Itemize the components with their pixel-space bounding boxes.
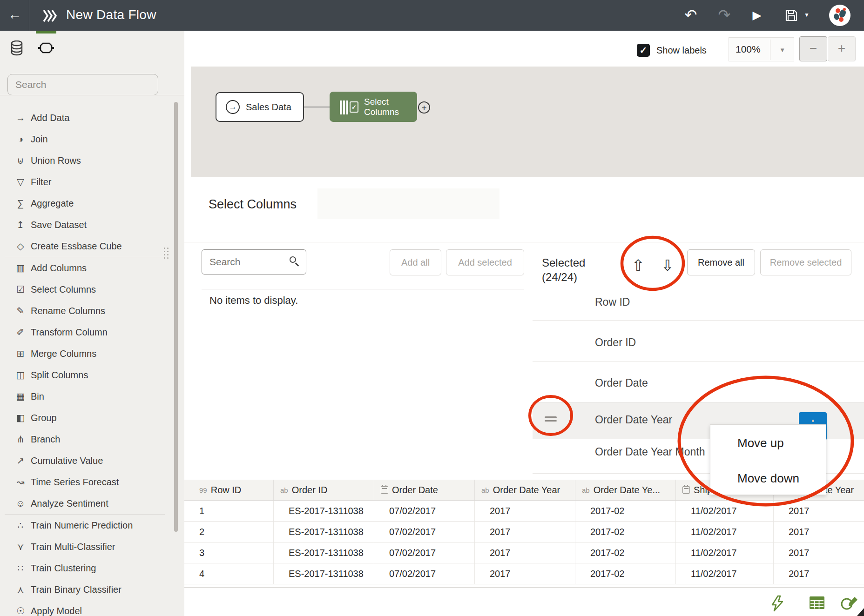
- data-flow-editor: ← New Data Flow ↶ ↷ ▶ ▼: [0, 0, 864, 616]
- sidebar-search-input[interactable]: [7, 74, 158, 95]
- sidebar-item-train-numeric-prediction[interactable]: ∴Train Numeric Prediction: [0, 515, 184, 536]
- column-header[interactable]: 99Row ID: [184, 480, 274, 500]
- zoom-out-button[interactable]: −: [799, 36, 827, 61]
- zoom-level-select[interactable]: 100% ▼: [729, 37, 794, 61]
- move-down-arrow-button[interactable]: ⇩: [661, 256, 674, 275]
- flow-canvas[interactable]: → Sales Data ✓ SelectColumns +: [191, 67, 864, 177]
- table-row[interactable]: 1 ES-2017-1311038 07/02/2017 2017 2017-0…: [184, 501, 864, 522]
- remove-all-button[interactable]: Remove all: [687, 249, 755, 275]
- column-header[interactable]: abOrder ID: [274, 480, 374, 500]
- edit-run-icon[interactable]: [840, 595, 860, 612]
- node-sales-data[interactable]: → Sales Data: [216, 92, 304, 122]
- sidebar-item-merge-columns[interactable]: ⊞Merge Columns: [0, 343, 184, 364]
- branch-icon: ⋔: [12, 434, 29, 445]
- save-button[interactable]: [785, 9, 798, 22]
- sidebar-item-join[interactable]: ◑Join: [0, 128, 184, 150]
- caret-down-icon: ▼: [779, 47, 785, 54]
- selected-column-row[interactable]: Row ID: [595, 296, 630, 308]
- node-label-line1: Select: [364, 97, 389, 107]
- zoom-level-value: 100%: [736, 44, 761, 55]
- sidebar-item-cumulative-value[interactable]: ↗Cumulative Value: [0, 450, 184, 471]
- zoom-in-button[interactable]: +: [828, 36, 856, 61]
- search-icon: [290, 256, 301, 268]
- sidebar-item-rename-columns[interactable]: ✎Rename Columns: [0, 300, 184, 321]
- page-title: New Data Flow: [66, 7, 156, 22]
- sentiment-icon: ☺: [12, 498, 29, 509]
- sidebar-item-train-clustering[interactable]: ∷Train Clustering: [0, 557, 184, 579]
- node-label: Sales Data: [240, 102, 291, 113]
- sidebar-item-union-rows[interactable]: ⊎Union Rows: [0, 150, 184, 171]
- sidebar-item-group[interactable]: ◧Group: [0, 407, 184, 429]
- bin-icon: ▦: [12, 391, 29, 402]
- sidebar-item-train-binary-classifier[interactable]: ⋏Train Binary Classifier: [0, 579, 184, 600]
- sidebar-item-branch[interactable]: ⋔Branch: [0, 429, 184, 450]
- selected-column-row[interactable]: Order Date: [595, 377, 648, 389]
- undo-icon: ↶: [685, 7, 697, 23]
- tab-flow-icon[interactable]: [38, 42, 54, 54]
- menu-item-move-down[interactable]: Move down: [710, 466, 826, 490]
- text-type-icon: ab: [582, 486, 590, 494]
- show-labels-label: Show labels: [656, 45, 707, 56]
- sidebar-item-apply-model[interactable]: ☉Apply Model: [0, 600, 184, 616]
- table-row[interactable]: 2 ES-2017-1311038 07/02/2017 2017 2017-0…: [184, 522, 864, 542]
- sidebar-item-add-data[interactable]: →Add Data: [0, 107, 184, 128]
- column-header[interactable]: Order Date: [374, 480, 475, 500]
- drag-handle-icon[interactable]: [545, 416, 557, 422]
- undo-button[interactable]: ↶: [681, 6, 701, 24]
- run-dataflow-button[interactable]: ▶: [748, 8, 766, 22]
- add-all-button[interactable]: Add all: [390, 249, 441, 275]
- back-button[interactable]: ←: [6, 7, 24, 22]
- remove-selected-button[interactable]: Remove selected: [760, 249, 851, 275]
- move-up-arrow-button[interactable]: ⇧: [632, 256, 645, 275]
- table-row[interactable]: 3 ES-2017-1311038 07/02/2017 2017 2017-0…: [184, 542, 864, 563]
- table-row[interactable]: 4 ES-2017-1311038 07/02/2017 2017 2017-0…: [184, 563, 864, 584]
- sidebar-item-create-essbase-cube[interactable]: ◇Create Essbase Cube: [0, 235, 184, 257]
- add-selected-button[interactable]: Add selected: [446, 249, 524, 275]
- sidebar-item-transform-column[interactable]: ✐Transform Column: [0, 321, 184, 343]
- panel-splitter-grip[interactable]: [164, 248, 169, 263]
- sidebar-item-analyze-sentiment[interactable]: ☺Analyze Sentiment: [0, 493, 184, 514]
- select-columns-icon: ☑: [12, 284, 29, 295]
- sidebar-item-select-columns[interactable]: ☑Select Columns: [0, 279, 184, 300]
- save-dataset-icon: ↥: [12, 219, 29, 230]
- sidebar-tabs-divider: [0, 95, 184, 95]
- sidebar-item-time-series-forecast[interactable]: ↝Time Series Forecast: [0, 471, 184, 493]
- plus-icon: +: [421, 103, 426, 113]
- sidebar-item-bin[interactable]: ▦Bin: [0, 386, 184, 407]
- lightning-refresh-icon[interactable]: [769, 595, 786, 612]
- active-tab-underline: [36, 31, 56, 33]
- topbar-separator: [29, 0, 29, 31]
- text-type-icon: ab: [280, 486, 288, 494]
- sidebar-scrollbar[interactable]: [174, 102, 178, 532]
- avatar[interactable]: [829, 4, 851, 27]
- sidebar-item-train-multi-classifier[interactable]: ⋎Train Multi-Classifier: [0, 536, 184, 557]
- add-step-button[interactable]: +: [418, 101, 430, 114]
- column-header[interactable]: abOrder Date Year: [475, 480, 575, 500]
- selected-column-row[interactable]: Order Date Year Month: [595, 446, 705, 458]
- selected-column-row[interactable]: Order ID: [595, 336, 636, 349]
- column-header[interactable]: abOrder Date Ye...: [575, 480, 676, 500]
- redo-button[interactable]: ↷: [714, 6, 735, 24]
- node-label-line2: Columns: [364, 107, 399, 117]
- show-labels-checkbox[interactable]: ✓: [637, 44, 650, 57]
- calendar-type-icon: [682, 486, 690, 494]
- sidebar-item-add-columns[interactable]: ▥Add Columns: [0, 257, 184, 279]
- join-icon: ◑: [12, 134, 29, 145]
- table-view-icon[interactable]: [809, 595, 826, 611]
- menu-item-move-up[interactable]: Move up: [710, 431, 826, 455]
- sidebar-item-filter[interactable]: ▽Filter: [0, 171, 184, 193]
- arrow-up-icon: ⇧: [632, 257, 645, 274]
- merge-columns-icon: ⊞: [12, 348, 29, 359]
- selected-column-row[interactable]: Order Date Year: [595, 414, 672, 426]
- save-dropdown-caret[interactable]: ▼: [802, 12, 812, 18]
- sidebar-item-split-columns[interactable]: ◫Split Columns: [0, 364, 184, 386]
- calendar-type-icon: [381, 486, 388, 494]
- apply-model-icon: ☉: [12, 605, 29, 616]
- tab-data-icon[interactable]: [10, 40, 23, 56]
- node-select-columns[interactable]: ✓ SelectColumns: [330, 92, 417, 122]
- selected-count-label: Selected (24/24): [542, 255, 585, 284]
- row-context-menu: Move up Move down: [710, 424, 826, 495]
- sidebar-item-save-dataset[interactable]: ↥Save Dataset: [0, 214, 184, 235]
- aggregate-icon: ∑: [12, 198, 29, 209]
- sidebar-item-aggregate[interactable]: ∑Aggregate: [0, 193, 184, 214]
